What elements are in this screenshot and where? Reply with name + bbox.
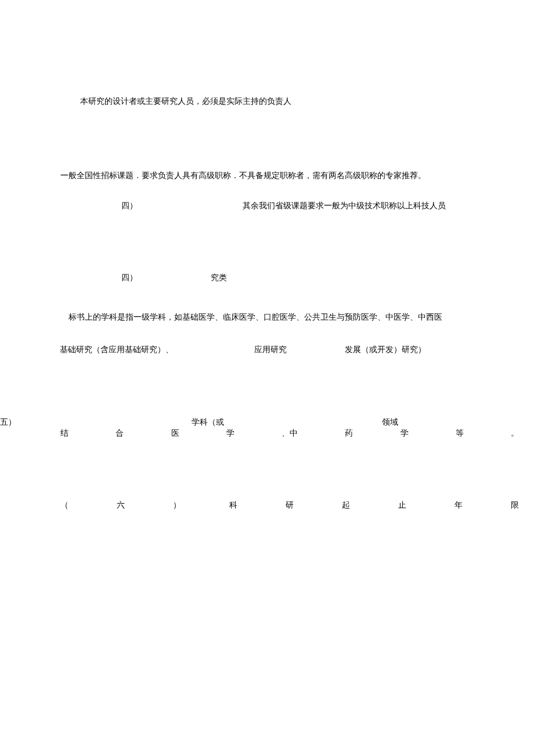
paragraph-text: 本研究的设计者或主要研究人员，必须是实际主持的负责人 (80, 96, 291, 107)
section-number: 四） (121, 201, 138, 211)
section-number: 五） (0, 417, 16, 428)
char: 药 (345, 428, 353, 439)
paragraph-text: 学科（或 (192, 417, 224, 428)
char: 科 (229, 500, 237, 511)
char: 年 (454, 500, 463, 511)
paragraph-text: 领域 (382, 417, 398, 428)
spread-text-row: 结 合 医 学 、中 药 学 等 。 (60, 428, 519, 439)
char: 限 (511, 500, 519, 511)
char: 止 (398, 500, 406, 511)
char: 学 (226, 428, 234, 439)
char: 等 (456, 428, 464, 439)
char: 、中 (282, 428, 298, 439)
paragraph-text: 发展（或开发）研究） (345, 345, 426, 355)
char: 合 (116, 428, 124, 439)
paragraph-text: 标书上的学科是指一级学科，如基础医学、临床医学、口腔医学、公共卫生与预防医学、中… (68, 312, 442, 323)
char: 医 (171, 428, 179, 439)
char: ） (173, 500, 181, 511)
paragraph-text: 应用研究 (254, 345, 287, 355)
char: 六 (117, 500, 125, 511)
spread-text-row: （ 六 ） 科 研 起 止 年 限 (60, 500, 519, 511)
section-number: 四） (121, 273, 138, 283)
paragraph-text: 一般全国性招标课题．要求负责人具有高级职称．不具备规定职称者，需有两名高级职称的… (60, 171, 426, 181)
paragraph-text: 其余我们省级课题要求一般为中级技术职称以上科技人员 (243, 201, 446, 211)
char: 结 (60, 428, 68, 439)
char: 。 (511, 428, 519, 439)
char: （ (60, 500, 68, 511)
char: 起 (342, 500, 350, 511)
char: 研 (286, 500, 294, 511)
paragraph-text: 基础研究（含应用基础研究）、 (60, 345, 174, 355)
char: 学 (400, 428, 409, 439)
paragraph-text: 究类 (211, 273, 227, 283)
